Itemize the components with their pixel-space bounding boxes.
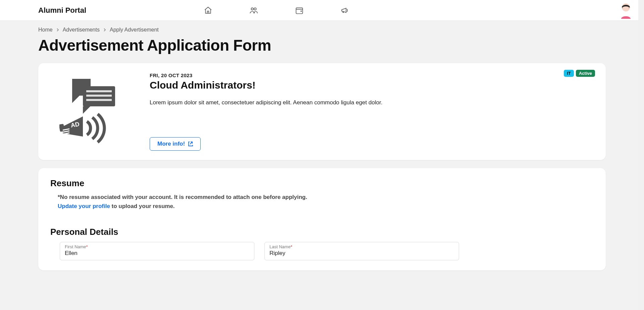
- calendar-icon[interactable]: [295, 6, 304, 15]
- resume-warning: *No resume associated with your account.…: [50, 193, 594, 211]
- required-asterisk: *: [291, 244, 292, 249]
- last-name-label: Last Name*: [269, 244, 454, 249]
- navbar-right: [618, 2, 633, 19]
- svg-marker-7: [72, 96, 80, 103]
- page-content: Home Advertisements Apply Advertisement …: [0, 21, 644, 299]
- user-avatar[interactable]: [618, 2, 633, 19]
- name-field-row: First Name* Last Name*: [50, 242, 594, 260]
- badge-active: Active: [576, 70, 595, 77]
- resume-heading: Resume: [50, 178, 594, 189]
- breadcrumb: Home Advertisements Apply Advertisement: [38, 27, 606, 33]
- update-profile-link[interactable]: Update your profile: [58, 203, 110, 209]
- ad-body: FRI, 20 OCT 2023 Cloud Administrators! L…: [135, 69, 596, 154]
- svg-marker-9: [83, 106, 90, 114]
- ad-description: Lorem ipsum dolor sit amet, consectetuer…: [150, 98, 596, 107]
- ad-title: Cloud Administrators!: [150, 80, 596, 91]
- scrollbar-track[interactable]: [638, 0, 644, 299]
- brand-title[interactable]: Alumni Portal: [38, 6, 86, 15]
- more-info-label: More info!: [157, 141, 185, 147]
- resume-suffix: to upload your resume.: [110, 203, 175, 209]
- home-icon[interactable]: [204, 6, 212, 15]
- last-name-label-text: Last Name: [269, 244, 291, 249]
- personal-heading: Personal Details: [50, 227, 594, 237]
- chevron-right-icon: [103, 27, 106, 33]
- personal-details-section: Personal Details First Name* Last Name*: [50, 227, 594, 260]
- last-name-field-wrapper[interactable]: Last Name*: [264, 242, 459, 260]
- ad-date: FRI, 20 OCT 2023: [150, 72, 596, 78]
- top-navbar: Alumni Portal: [0, 0, 644, 21]
- navbar-left: Alumni Portal: [38, 6, 349, 15]
- last-name-input[interactable]: [269, 250, 454, 257]
- page-title: Advertisement Application Form: [38, 36, 606, 54]
- ad-image: AD: [48, 69, 135, 154]
- first-name-field-wrapper[interactable]: First Name*: [60, 242, 254, 260]
- first-name-label-text: First Name: [65, 244, 86, 249]
- breadcrumb-current: Apply Advertisement: [110, 27, 159, 33]
- more-info-button[interactable]: More info!: [150, 137, 201, 151]
- first-name-input[interactable]: [65, 250, 249, 257]
- breadcrumb-home[interactable]: Home: [38, 27, 53, 33]
- svg-point-4: [301, 11, 301, 11]
- svg-point-1: [254, 8, 256, 10]
- megaphone-icon[interactable]: [341, 6, 349, 15]
- nav-icon-group: [204, 6, 349, 15]
- required-asterisk: *: [86, 244, 88, 249]
- breadcrumb-advertisements[interactable]: Advertisements: [63, 27, 100, 33]
- svg-point-0: [251, 8, 253, 10]
- badge-it: IT: [564, 70, 574, 77]
- resume-warning-text: *No resume associated with your account.…: [58, 194, 307, 200]
- advertisement-card: IT Active AD: [38, 63, 606, 160]
- svg-rect-13: [59, 124, 65, 132]
- external-link-icon: [188, 141, 193, 147]
- resume-card: Resume *No resume associated with your a…: [38, 168, 606, 270]
- chevron-right-icon: [56, 27, 59, 33]
- people-icon[interactable]: [249, 6, 258, 15]
- ad-badges: IT Active: [564, 70, 595, 77]
- first-name-label: First Name*: [65, 244, 249, 249]
